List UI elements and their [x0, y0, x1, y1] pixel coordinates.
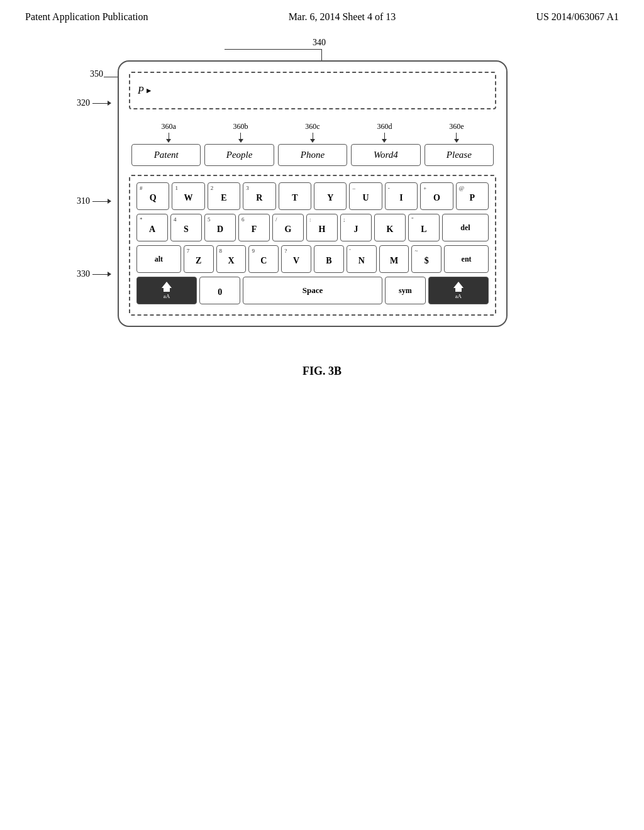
keyboard-row-4: aA 0 Space sym aA: [136, 277, 489, 304]
keyboard-row-2: *A 4S 5D 6F /G :H ;J K "L del: [136, 214, 489, 241]
suggestion-people[interactable]: People: [204, 144, 274, 166]
key-h[interactable]: :H: [306, 214, 338, 241]
key-dollar[interactable]: ~$: [411, 245, 441, 273]
outer-wrapper: 320 310 330: [77, 60, 567, 327]
key-sym[interactable]: sym: [385, 277, 426, 304]
label-350: 350: [90, 69, 103, 79]
key-u[interactable]: –U: [349, 182, 382, 210]
key-e[interactable]: 2E: [208, 182, 240, 210]
label-340: 340: [313, 38, 326, 48]
key-n[interactable]: 'N: [347, 245, 377, 273]
key-i[interactable]: -I: [385, 182, 418, 210]
key-p[interactable]: @P: [456, 182, 489, 210]
label-320: 320: [77, 98, 111, 108]
key-s[interactable]: 4S: [170, 214, 202, 241]
label-360a: 360a: [133, 122, 204, 131]
label-330: 330: [77, 269, 111, 279]
key-a[interactable]: *A: [136, 214, 168, 241]
key-x[interactable]: 8X: [216, 245, 247, 273]
key-b[interactable]: B: [314, 245, 344, 273]
header-center: Mar. 6, 2014 Sheet 4 of 13: [289, 11, 396, 23]
header-left: Patent Application Publication: [25, 11, 148, 23]
key-z[interactable]: 7Z: [184, 245, 214, 273]
key-0[interactable]: 0: [199, 277, 240, 304]
key-k[interactable]: K: [374, 214, 406, 241]
figure-area: 320 310 330: [0, 60, 644, 327]
header-right: US 2014/063067 A1: [536, 11, 619, 23]
suggestion-please[interactable]: Please: [425, 144, 494, 166]
label-360e: 360e: [421, 122, 492, 131]
key-g[interactable]: /G: [272, 214, 304, 241]
key-shift-right[interactable]: aA: [428, 277, 489, 304]
device-box: P ► 360a 360b 360c 360d 360e: [118, 60, 508, 327]
key-q[interactable]: #Q: [136, 182, 169, 210]
suggestion-phone[interactable]: Phone: [278, 144, 347, 166]
key-r[interactable]: 3R: [243, 182, 275, 210]
ref-arrows-row: [129, 133, 496, 143]
key-f[interactable]: 6F: [238, 214, 270, 241]
label-360c: 360c: [277, 122, 348, 131]
suggestion-patent[interactable]: Patent: [131, 144, 201, 166]
key-del[interactable]: del: [442, 214, 489, 241]
key-y[interactable]: Y: [314, 182, 347, 210]
label-360d: 360d: [348, 122, 420, 131]
shift-icon-right: aA: [453, 282, 464, 299]
key-space[interactable]: Space: [243, 277, 382, 304]
key-d[interactable]: 5D: [204, 214, 236, 241]
suggestions-row: Patent People Phone Word4 Please: [129, 144, 496, 166]
cursor-arrow: ►: [145, 86, 153, 96]
key-w[interactable]: 1W: [172, 182, 204, 210]
suggestion-word4[interactable]: Word4: [351, 144, 420, 166]
device-container: 340 350 P ► 360a 360b 360c 360d: [118, 60, 567, 327]
ref-numbers-row: 360a 360b 360c 360d 360e: [129, 122, 496, 131]
input-cursor-p: P: [138, 85, 144, 96]
key-ent[interactable]: ent: [444, 245, 489, 273]
label-360b: 360b: [204, 122, 276, 131]
key-t[interactable]: T: [279, 182, 311, 210]
text-input-area[interactable]: P ►: [129, 72, 496, 109]
keyboard-area: #Q 1W 2E 3R T Y –U -I +O @P *A 4S: [129, 175, 496, 316]
keyboard-row-1: #Q 1W 2E 3R T Y –U -I +O @P: [136, 182, 489, 210]
page-header: Patent Application Publication Mar. 6, 2…: [0, 0, 644, 23]
fig-caption: FIG. 3B: [0, 365, 644, 378]
shift-icon-left: aA: [162, 282, 172, 299]
key-m[interactable]: M: [379, 245, 409, 273]
side-ref-labels: 320 310 330: [77, 60, 111, 279]
key-c[interactable]: 9C: [248, 245, 279, 273]
keyboard-row-3: alt 7Z 8X 9C ?V B 'N M ~$ ent: [136, 245, 489, 273]
key-j[interactable]: ;J: [340, 214, 372, 241]
key-v[interactable]: ?V: [281, 245, 311, 273]
label-310: 310: [77, 196, 111, 206]
key-alt[interactable]: alt: [136, 245, 181, 273]
key-o[interactable]: +O: [420, 182, 453, 210]
key-shift-left[interactable]: aA: [136, 277, 197, 304]
key-l[interactable]: "L: [408, 214, 440, 241]
